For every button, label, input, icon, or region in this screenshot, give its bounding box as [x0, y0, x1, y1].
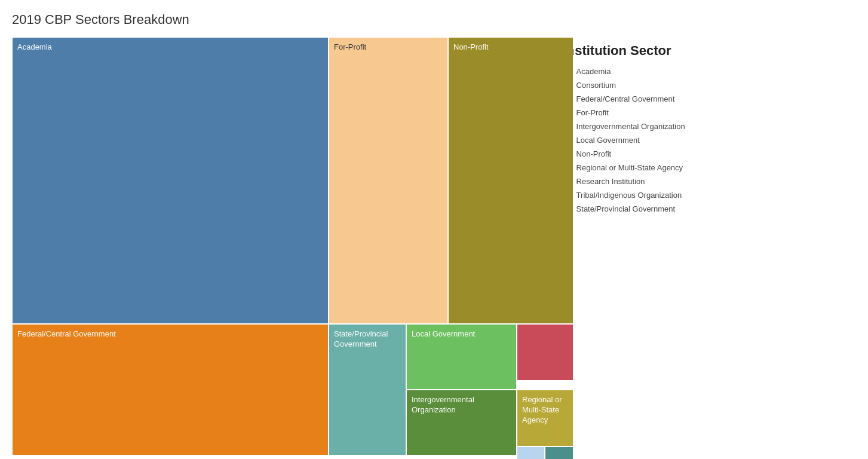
cell-academia[interactable]: Academia — [12, 37, 329, 324]
legend-item: Intergovernmental Organization — [563, 122, 705, 131]
cell-non-profit[interactable]: Non-Profit — [448, 37, 573, 324]
legend-item-label: Regional or Multi-State Agency — [576, 163, 683, 172]
bottom-right-sub: Local Government Intergovernmental Organ… — [406, 324, 573, 455]
legend-item-label: Research Institution — [576, 177, 645, 186]
legend-item: Regional or Multi-State Agency — [563, 163, 705, 172]
cell-consortium[interactable] — [517, 446, 545, 459]
bottom-right-section: State/Provincial Government Local Govern… — [329, 324, 573, 455]
cell-research[interactable] — [545, 446, 573, 459]
legend-item-label: Local Government — [576, 136, 640, 145]
regional-label: Regional or Multi-State Agency — [522, 395, 573, 426]
cell-federal[interactable]: Federal/Central Government — [12, 324, 329, 455]
non-profit-label: Non-Profit — [453, 42, 489, 53]
legend-item: For-Profit — [563, 108, 705, 117]
legend-item-label: Non-Profit — [576, 149, 612, 158]
cell-regional[interactable]: Regional or Multi-State Agency — [517, 390, 573, 446]
academia-label: Academia — [17, 42, 52, 53]
legend-title: Institution Sector — [563, 43, 705, 59]
cell-intergo[interactable]: Intergovernmental Organization — [406, 390, 517, 455]
cell-state-provincial[interactable]: State/Provincial Government — [329, 324, 406, 455]
legend-item: Non-Profit — [563, 149, 705, 158]
legend-item-label: Tribal/Indigenous Organization — [576, 191, 682, 200]
cell-local-gov[interactable]: Local Government — [406, 324, 517, 390]
state-provincial-label: State/Provincial Government — [334, 329, 406, 350]
intergo-label: Intergovernmental Organization — [412, 395, 516, 415]
legend-item: Academia — [563, 67, 705, 76]
legend-item-label: State/Provincial Government — [576, 204, 675, 213]
legend-item-label: Academia — [576, 67, 611, 76]
top-row: Academia For-Profit Non-Profit — [12, 37, 545, 324]
legend-item: Research Institution — [563, 177, 705, 186]
small-cells: Regional or Multi-State Agency — [517, 390, 573, 455]
treemap: Academia For-Profit Non-Profit Federal/C… — [12, 37, 545, 455]
local-and-extras: Local Government — [406, 324, 573, 390]
small-bottom — [517, 446, 573, 459]
for-profit-label: For-Profit — [334, 42, 366, 53]
legend-item-label: Federal/Central Government — [576, 94, 675, 103]
federal-label: Federal/Central Government — [17, 329, 116, 339]
legend-items: AcademiaConsortiumFederal/Central Govern… — [563, 67, 705, 213]
chart-container: Academia For-Profit Non-Profit Federal/C… — [12, 37, 705, 455]
legend-item-label: Consortium — [576, 81, 616, 90]
page-title: 2019 CBP Sectors Breakdown — [12, 12, 856, 27]
legend-item-label: For-Profit — [576, 108, 609, 117]
bottom-row: Federal/Central Government State/Provinc… — [12, 324, 545, 455]
legend-item-label: Intergovernmental Organization — [576, 122, 685, 131]
legend-item: Federal/Central Government — [563, 94, 705, 103]
local-gov-label: Local Government — [412, 329, 475, 339]
legend-item: Consortium — [563, 81, 705, 90]
extras-col — [517, 324, 573, 390]
cell-for-profit[interactable]: For-Profit — [329, 37, 448, 324]
cell-tribal[interactable] — [517, 324, 573, 381]
legend-item: Local Government — [563, 136, 705, 145]
legend-item: State/Provincial Government — [563, 204, 705, 213]
intergo-and-small: Intergovernmental Organization Regional … — [406, 390, 573, 455]
legend-item: Tribal/Indigenous Organization — [563, 191, 705, 200]
